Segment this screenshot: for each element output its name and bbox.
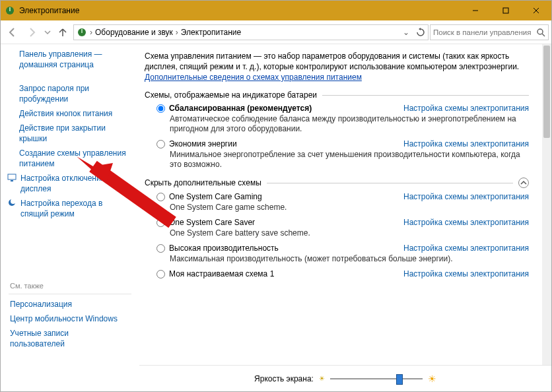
svg-point-13 [11, 199, 16, 204]
plan-description: Автоматическое соблюдение баланса между … [170, 114, 529, 134]
sidebar-personalization-link[interactable]: Персонализация [10, 298, 131, 310]
plan-settings-link[interactable]: Настройка схемы электропитания [403, 139, 529, 148]
breadcrumb-hardware[interactable]: Оборудование и звук [95, 28, 173, 37]
sidebar-home-link[interactable]: Панель управления — домашняя страница [19, 48, 131, 71]
sidebar-divider [9, 294, 131, 294]
plan-radio-balanced[interactable]: Сбалансированная (рекомендуется) [156, 104, 312, 113]
sidebar-item-power-buttons[interactable]: Действия кнопок питания [19, 108, 131, 119]
plan-radio-saver[interactable]: One System Care Saver [156, 218, 255, 227]
plan-radio-gaming[interactable]: One System Care Gaming [156, 192, 262, 201]
svg-rect-11 [11, 180, 13, 181]
hidden-plans-heading: Скрыть дополнительные схемы [145, 178, 261, 187]
slider-thumb[interactable] [396, 374, 403, 385]
breadcrumb-power[interactable]: Электропитание [181, 28, 241, 37]
scrollbar-thumb[interactable] [543, 46, 550, 138]
maximize-button[interactable] [491, 1, 521, 20]
power-plan: Экономия энергии Настройка схемы электро… [156, 139, 529, 170]
sidebar-accounts-link[interactable]: Учетные записипользователей [10, 327, 131, 350]
content-area: Схема управления питанием — это набор па… [139, 44, 551, 391]
nav-back-button[interactable] [3, 24, 22, 41]
sidebar-item-lid-close[interactable]: Действие при закрытии крышки [19, 122, 131, 145]
search-input[interactable] [433, 28, 534, 36]
svg-rect-3 [503, 8, 508, 13]
power-plan: Моя настраиваемая схема 1 Настройка схем… [156, 269, 529, 278]
search-box[interactable] [430, 24, 549, 40]
app-icon [5, 5, 15, 16]
intro-more-link[interactable]: Дополнительные сведения о схемах управле… [145, 73, 362, 82]
control-panel-window: Электропитание › Оборудование и звук › Э… [0, 0, 552, 392]
power-plan: One System Care Gaming Настройка схемы э… [156, 192, 529, 212]
intro-text: Схема управления питанием — это набор па… [145, 51, 529, 82]
plan-description: One System Care game scheme. [170, 203, 529, 212]
svg-point-8 [537, 29, 543, 34]
sidebar-item-create-scheme[interactable]: Создание схемы управления питанием [19, 147, 131, 170]
moon-icon [7, 198, 17, 207]
svg-rect-10 [8, 174, 16, 180]
search-icon[interactable] [536, 28, 545, 37]
title-bar: Электропитание [1, 1, 551, 20]
power-plan: Сбалансированная (рекомендуется) Настрой… [156, 104, 529, 134]
brightness-slider[interactable] [330, 372, 423, 385]
plan-settings-link[interactable]: Настройка схемы электропитания [403, 244, 529, 253]
plans-shown-heading: Схемы, отображаемые на индикаторе батаре… [145, 90, 317, 100]
nav-recent-button[interactable] [43, 24, 52, 41]
client-area: Панель управления — домашняя страница За… [1, 44, 551, 391]
refresh-icon[interactable] [416, 28, 425, 37]
nav-up-button[interactable] [53, 24, 72, 41]
sidebar: Панель управления — домашняя страница За… [1, 44, 139, 391]
breadcrumb-sep-icon: › [176, 28, 178, 37]
window-title: Электропитание [19, 6, 460, 15]
plan-settings-link[interactable]: Настройка схемы электропитания [403, 192, 529, 201]
content-scroll[interactable]: Схема управления питанием — это набор па… [139, 44, 542, 365]
brightness-label: Яркость экрана: [254, 374, 314, 383]
plan-settings-link[interactable]: Настройка схемы электропитания [403, 218, 529, 227]
close-button[interactable] [521, 1, 551, 20]
see-also-heading: См. также [1, 280, 139, 291]
address-bar: › Оборудование и звук › Электропитание ⌄ [1, 20, 551, 44]
sidebar-mobility-link[interactable]: Центр мобильности Windows [10, 313, 131, 325]
divider [322, 95, 529, 96]
plan-radio-highperf[interactable]: Высокая производительность [156, 244, 279, 253]
monitor-icon [7, 173, 17, 182]
breadcrumb-sep-icon: › [90, 28, 92, 37]
sun-bright-icon: ☀ [428, 374, 436, 384]
breadcrumb-icon [77, 27, 87, 38]
sidebar-item-sleep[interactable]: Настройка перехода в спящий режим [20, 197, 102, 220]
address-dropdown-icon[interactable]: ⌄ [403, 28, 409, 37]
plan-radio-powersaver[interactable]: Экономия энергии [156, 139, 237, 148]
divider [267, 183, 513, 183]
plan-radio-custom1[interactable]: Моя настраиваемая схема 1 [156, 269, 274, 278]
power-plan: One System Care Saver Настройка схемы эл… [156, 218, 529, 238]
svg-line-9 [542, 34, 545, 36]
svg-rect-1 [9, 7, 11, 11]
sidebar-item-password[interactable]: Запрос пароля при пробуждении [19, 82, 131, 105]
sidebar-item-display-off[interactable]: Настройка отключения дисплея [20, 172, 105, 195]
scrollbar[interactable] [542, 44, 551, 365]
brightness-bar: Яркость экрана: ☀ ☀ [139, 365, 551, 391]
nav-forward-button[interactable] [23, 24, 42, 41]
plan-settings-link[interactable]: Настройка схемы электропитания [403, 269, 529, 278]
plan-description: Минимальное энергопотребление за счет ум… [170, 150, 529, 170]
plan-settings-link[interactable]: Настройка схемы электропитания [403, 104, 529, 113]
sun-dim-icon: ☀ [319, 375, 325, 382]
plan-description: Максимальная производительность (может п… [170, 254, 529, 264]
collapse-toggle[interactable] [518, 178, 529, 188]
breadcrumb-bar[interactable]: › Оборудование и звук › Электропитание ⌄ [73, 24, 429, 40]
plan-description: One System Care battery save scheme. [170, 228, 529, 238]
svg-rect-7 [81, 29, 83, 33]
minimize-button[interactable] [460, 1, 491, 20]
power-plan: Высокая производительность Настройка схе… [156, 244, 529, 264]
